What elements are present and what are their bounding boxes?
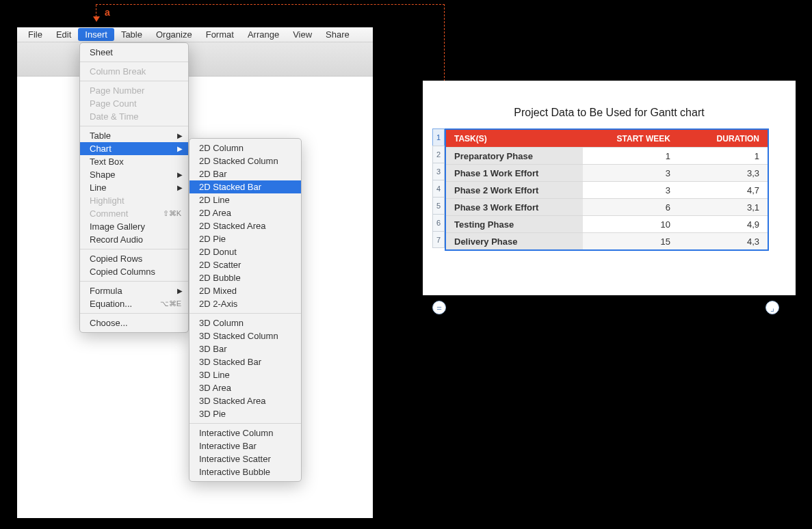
row-number[interactable]: 2	[432, 146, 445, 163]
table-cell[interactable]: 1	[583, 147, 679, 164]
row-number-gutter: 1234567	[432, 128, 445, 248]
table-cell[interactable]: 3,1	[679, 198, 768, 215]
insert-menu-item-copied-rows[interactable]: Copied Rows	[80, 252, 188, 265]
chart-submenu-item-3d-line[interactable]: 3D Line	[189, 368, 301, 381]
menubar-item-format[interactable]: Format	[199, 28, 241, 41]
table-row[interactable]: Preparatory Phase11	[446, 147, 768, 164]
table-row[interactable]: Phase 1 Work Effort33,3	[446, 164, 768, 181]
row-number[interactable]: 7	[432, 231, 445, 248]
chart-submenu-item-3d-column[interactable]: 3D Column	[189, 316, 301, 329]
table-cell[interactable]: 10	[583, 215, 679, 232]
insert-menu-item-table[interactable]: Table▶	[80, 129, 188, 142]
chart-submenu-item-2d-bar[interactable]: 2D Bar	[189, 167, 301, 180]
insert-menu-item-shape[interactable]: Shape▶	[80, 168, 188, 181]
row-number[interactable]: 5	[432, 197, 445, 214]
menubar-item-edit[interactable]: Edit	[49, 28, 78, 41]
chart-submenu-item-2d-pie[interactable]: 2D Pie	[189, 232, 301, 245]
chart-submenu-item-2d-stacked-area[interactable]: 2D Stacked Area	[189, 219, 301, 232]
table-cell[interactable]: Preparatory Phase	[446, 147, 583, 164]
menubar-item-arrange[interactable]: Arrange	[241, 28, 286, 41]
submenu-arrow-icon: ▶	[177, 145, 183, 152]
menubar-item-share[interactable]: Share	[319, 28, 356, 41]
chart-submenu-item-3d-stacked-column[interactable]: 3D Stacked Column	[189, 329, 301, 342]
table-cell[interactable]: Delivery Phase	[446, 232, 583, 249]
insert-menu-item-text-box[interactable]: Text Box	[80, 155, 188, 168]
chart-submenu-item-3d-area[interactable]: 3D Area	[189, 381, 301, 394]
chart-submenu-item-2d-line[interactable]: 2D Line	[189, 193, 301, 206]
chart-submenu-item-3d-bar[interactable]: 3D Bar	[189, 342, 301, 355]
chart-submenu-dropdown: 2D Column2D Stacked Column2D Bar2D Stack…	[189, 138, 302, 482]
table-cell[interactable]: Phase 2 Work Effort	[446, 181, 583, 198]
chart-submenu-item-3d-stacked-bar[interactable]: 3D Stacked Bar	[189, 355, 301, 368]
insert-menu-item-record-audio[interactable]: Record Audio	[80, 233, 188, 246]
chart-submenu-item-2d-mixed[interactable]: 2D Mixed	[189, 284, 301, 297]
table-row[interactable]: Phase 3 Work Effort63,1	[446, 198, 768, 215]
insert-menu-item-chart[interactable]: Chart▶	[80, 142, 188, 155]
table-cell[interactable]: 3	[583, 181, 679, 198]
table-header-row: TASK(S)START WEEKDURATION	[446, 130, 768, 147]
chart-submenu-item-2d-scatter[interactable]: 2D Scatter	[189, 258, 301, 271]
row-number[interactable]: 1	[432, 128, 445, 146]
chart-submenu-item-2d-column[interactable]: 2D Column	[189, 141, 301, 154]
insert-menu-item-column-break: Column Break	[80, 65, 188, 78]
insert-menu-item-image-gallery[interactable]: Image Gallery	[80, 220, 188, 233]
table-header-cell[interactable]: TASK(S)	[446, 130, 583, 147]
table-row[interactable]: Testing Phase104,9	[446, 215, 768, 232]
table-row[interactable]: Phase 2 Work Effort34,7	[446, 181, 768, 198]
table-cell[interactable]: Testing Phase	[446, 215, 583, 232]
chart-submenu-item-2d-stacked-bar[interactable]: 2D Stacked Bar	[189, 180, 301, 193]
insert-menu-item-formula[interactable]: Formula▶	[80, 284, 188, 297]
table-cell[interactable]: 4,3	[679, 232, 768, 249]
table-cell[interactable]: 4,7	[679, 181, 768, 198]
insert-menu-item-sheet[interactable]: Sheet	[80, 46, 188, 59]
insert-menu-item-line[interactable]: Line▶	[80, 181, 188, 194]
table-cell[interactable]: Phase 3 Work Effort	[446, 198, 583, 215]
menubar-item-organize[interactable]: Organize	[149, 28, 199, 41]
chart-submenu-item-interactive-scatter[interactable]: Interactive Scatter	[189, 452, 301, 465]
annotation-a: a	[95, 7, 110, 18]
chart-submenu-item-3d-pie[interactable]: 3D Pie	[189, 407, 301, 420]
menubar-item-table[interactable]: Table	[114, 28, 149, 41]
table-resize-button[interactable]: ⌟	[765, 301, 779, 314]
menubar-item-view[interactable]: View	[286, 28, 319, 41]
row-number[interactable]: 4	[432, 180, 445, 197]
data-table[interactable]: TASK(S)START WEEKDURATIONPreparatory Pha…	[445, 128, 769, 251]
table-cell[interactable]: Phase 1 Work Effort	[446, 164, 583, 181]
chart-submenu-item-2d-2-axis[interactable]: 2D 2-Axis	[189, 297, 301, 310]
menubar-item-file[interactable]: File	[21, 28, 49, 41]
row-number[interactable]: 6	[432, 214, 445, 231]
table-header-cell[interactable]: DURATION	[679, 130, 768, 147]
formula-button[interactable]: =	[432, 301, 446, 314]
insert-menu-item-copied-columns[interactable]: Copied Columns	[80, 265, 188, 278]
insert-menu-item-equation-[interactable]: Equation...⌥⌘E	[80, 297, 188, 310]
chart-submenu-item-3d-stacked-area[interactable]: 3D Stacked Area	[189, 394, 301, 407]
chart-submenu-item-2d-donut[interactable]: 2D Donut	[189, 245, 301, 258]
table-cell[interactable]: 6	[583, 198, 679, 215]
table-cell[interactable]: 3,3	[679, 164, 768, 181]
shortcut-label: ⌥⌘E	[160, 299, 181, 308]
insert-menu-item-highlight: Highlight	[80, 194, 188, 207]
table-row[interactable]: Delivery Phase154,3	[446, 232, 768, 249]
chart-submenu-item-2d-bubble[interactable]: 2D Bubble	[189, 271, 301, 284]
submenu-arrow-icon: ▶	[177, 287, 183, 295]
chart-submenu-item-interactive-bar[interactable]: Interactive Bar	[189, 439, 301, 452]
insert-menu-item-choose-[interactable]: Choose...	[80, 316, 188, 329]
table-cell[interactable]: 4,9	[679, 215, 768, 232]
chart-submenu-item-2d-area[interactable]: 2D Area	[189, 206, 301, 219]
shortcut-label: ⇧⌘K	[163, 209, 181, 218]
menubar: FileEditInsertTableOrganizeFormatArrange…	[17, 27, 373, 42]
row-number[interactable]: 3	[432, 163, 445, 180]
table-cell[interactable]: 3	[583, 164, 679, 181]
chart-submenu-item-2d-stacked-column[interactable]: 2D Stacked Column	[189, 154, 301, 167]
menubar-item-insert[interactable]: Insert	[78, 28, 114, 41]
table-title: Project Data to Be Used for Gantt chart	[423, 81, 796, 128]
chart-submenu-item-interactive-column[interactable]: Interactive Column	[189, 426, 301, 439]
table-cell[interactable]: 1	[679, 147, 768, 164]
app-window-right: Project Data to Be Used for Gantt chart …	[423, 81, 796, 295]
insert-menu-item-comment: Comment⇧⌘K	[80, 207, 188, 220]
chart-submenu-item-interactive-bubble[interactable]: Interactive Bubble	[189, 465, 301, 478]
toolbar	[17, 42, 373, 77]
table-cell[interactable]: 15	[583, 232, 679, 249]
table-header-cell[interactable]: START WEEK	[583, 130, 679, 147]
submenu-arrow-icon: ▶	[177, 184, 183, 191]
